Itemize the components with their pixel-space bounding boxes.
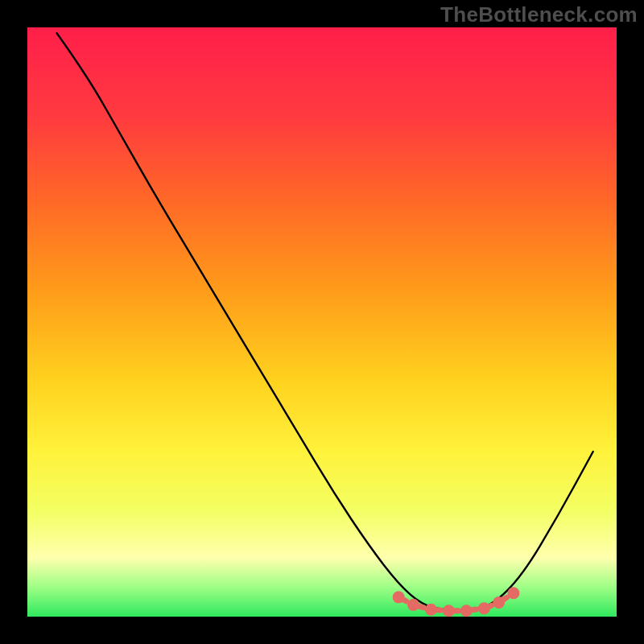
watermark-text: TheBottleneck.com [440, 2, 638, 27]
chart-svg [27, 27, 617, 617]
chart-frame: TheBottleneck.com [0, 0, 644, 644]
chart-background-gradient [27, 27, 617, 617]
curve-marker-dash [402, 600, 406, 601]
curve-marker-dash [471, 609, 476, 610]
curve-marker-dash [489, 605, 491, 606]
plot-area [27, 27, 617, 617]
curve-marker-dash [418, 606, 423, 608]
curve-marker-dot [507, 587, 519, 599]
curve-marker-dash [503, 597, 507, 600]
